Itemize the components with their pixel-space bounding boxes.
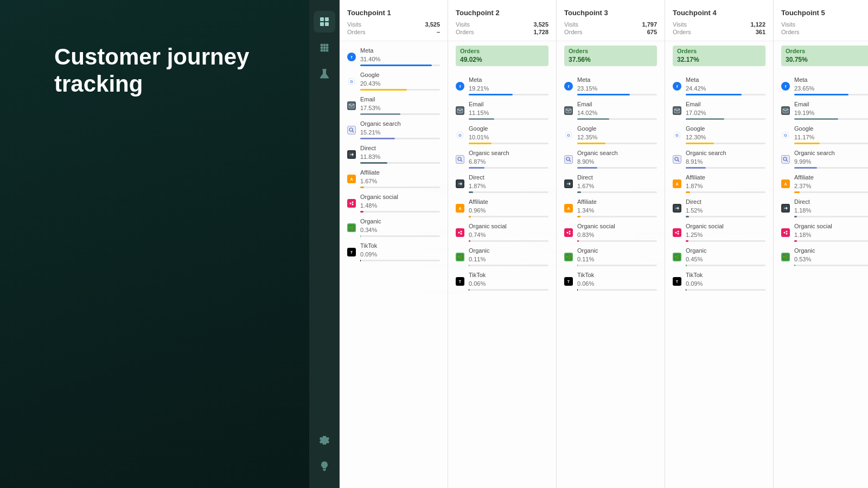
svg-text:G: G (458, 133, 462, 137)
svg-rect-108 (782, 229, 789, 236)
channel-info: Google 10.01% (469, 125, 548, 144)
tiktok-icon: T (347, 248, 356, 256)
channel-info: Organic 0.53% (794, 247, 868, 266)
nav-icon-settings[interactable] (314, 429, 335, 451)
svg-point-10 (320, 49, 323, 52)
tiktok-icon: T (673, 277, 681, 286)
meta-icon: f (673, 82, 681, 91)
channel-item: A Affiliate 2.37% (774, 171, 868, 196)
svg-point-6 (326, 44, 328, 47)
left-content: Customer journeytracking (54, 43, 277, 113)
tp-stat-visits-1: Visits 3,525 (347, 21, 440, 28)
channel-info: Organic 0.45% (686, 247, 765, 266)
main-area[interactable]: Touchpoint 1 Visits 3,525 Orders – f Met… (340, 0, 868, 488)
svg-point-8 (323, 47, 326, 49)
channel-info: Email 11.15% (469, 101, 548, 120)
nav-icon-apps[interactable] (314, 37, 335, 59)
svg-text:🌿: 🌿 (674, 254, 680, 260)
channel-info: Google 12.35% (577, 125, 657, 144)
affiliate-icon: A (781, 179, 790, 188)
channel-item: G Google 12.35% (557, 123, 665, 147)
channel-info: Organic search 15.21% (360, 120, 440, 139)
channel-item: A Affiliate 1.67% (340, 166, 448, 191)
channel-item: Email 19.19% (774, 98, 868, 123)
svg-point-30 (352, 201, 354, 203)
tp-stat-orders-4: Orders 361 (673, 29, 765, 35)
channel-item: Organic social 1.18% (774, 220, 868, 245)
svg-point-69 (567, 232, 569, 233)
svg-point-70 (569, 230, 571, 232)
touchpoint-col-2: Touchpoint 2 Visits 3,525 Orders 1,728 O… (448, 0, 557, 488)
sidebar-nav (309, 0, 340, 488)
svg-text:f: f (351, 55, 353, 60)
left-panel: Customer journeytracking (0, 0, 309, 488)
svg-text:🌿: 🌿 (457, 254, 463, 260)
channel-info: Direct 1.18% (794, 198, 868, 217)
nav-icon-grid[interactable] (314, 11, 335, 33)
google-icon: G (673, 131, 681, 139)
channel-item: T TikTok 0.06% (448, 269, 556, 293)
touchpoint-col-1: Touchpoint 1 Visits 3,525 Orders – f Met… (340, 0, 448, 488)
channel-info: Organic search 9.99% (794, 150, 868, 169)
svg-point-109 (784, 232, 786, 233)
affiliate-icon: A (673, 179, 681, 188)
tp-stats-2: Visits 3,525 Orders 1,728 (456, 21, 548, 35)
tp-stat-visits-3: Visits 1,797 (564, 21, 657, 28)
organic-social-icon (456, 228, 464, 237)
nav-icon-flask[interactable] (314, 63, 335, 85)
nav-icon-bulb[interactable] (314, 455, 335, 477)
tiktok-icon: T (456, 277, 464, 286)
channel-item: f Meta 23.65% (774, 74, 868, 98)
channel-item: 🌿 Organic 0.53% (774, 245, 868, 269)
email-icon (564, 106, 573, 115)
channel-info: Meta 19.21% (469, 76, 548, 95)
channel-info: Affiliate 2.37% (794, 174, 868, 193)
channel-info: Google 11.17% (794, 125, 868, 144)
svg-text:T: T (676, 280, 679, 284)
tp-stats-3: Visits 1,797 Orders 675 (564, 21, 657, 35)
svg-point-49 (458, 232, 460, 233)
channel-item: G Google 10.01% (448, 123, 556, 147)
channel-item: Email 17.53% (340, 93, 448, 118)
channel-info: Google 12.30% (686, 125, 765, 144)
channel-info: Organic social 1.18% (794, 223, 868, 242)
channel-item: 🌿 Organic 0.45% (665, 245, 773, 269)
svg-point-11 (323, 49, 326, 52)
svg-point-50 (461, 230, 462, 232)
channel-info: Email 17.02% (686, 101, 765, 120)
tp-title-1: Touchpoint 1 (347, 9, 440, 17)
tp-stat-visits-5: Visits (781, 21, 868, 28)
svg-text:A: A (784, 182, 787, 186)
svg-rect-15 (323, 470, 326, 471)
channel-info: Organic 0.11% (469, 247, 548, 266)
organic-social-icon (673, 228, 681, 237)
affiliate-icon: A (347, 175, 356, 183)
email-icon (673, 106, 681, 115)
svg-text:f: f (459, 84, 461, 89)
channel-list-4: f Meta 24.42% Email 17 (665, 70, 773, 297)
channel-info: Organic 0.11% (577, 247, 657, 266)
channel-info: Organic 0.34% (360, 218, 440, 237)
svg-rect-48 (457, 229, 463, 236)
svg-rect-3 (325, 22, 329, 26)
channel-item: Organic social 0.83% (557, 220, 665, 245)
channel-info: Direct 11.83% (360, 145, 440, 164)
channel-item: A Affiliate 0.96% (448, 196, 556, 220)
svg-text:🌿: 🌿 (349, 225, 354, 230)
svg-text:A: A (567, 207, 570, 210)
channel-item: f Meta 19.21% (448, 74, 556, 98)
tiktok-icon: T (564, 277, 573, 286)
svg-rect-1 (325, 17, 329, 21)
channel-info: TikTok 0.06% (577, 272, 657, 291)
tp-title-5: Touchpoint 5 (781, 9, 868, 17)
svg-point-110 (786, 230, 788, 232)
organic-icon: 🌿 (564, 253, 573, 261)
svg-point-91 (678, 233, 679, 234)
channel-info: Organic social 1.25% (686, 223, 765, 242)
channel-item: Direct 1.67% (557, 171, 665, 196)
svg-text:G: G (567, 133, 570, 137)
svg-text:G: G (350, 80, 353, 84)
tp-stat-orders-5: Orders (781, 29, 868, 35)
svg-point-12 (326, 49, 328, 52)
svg-point-90 (678, 230, 679, 232)
